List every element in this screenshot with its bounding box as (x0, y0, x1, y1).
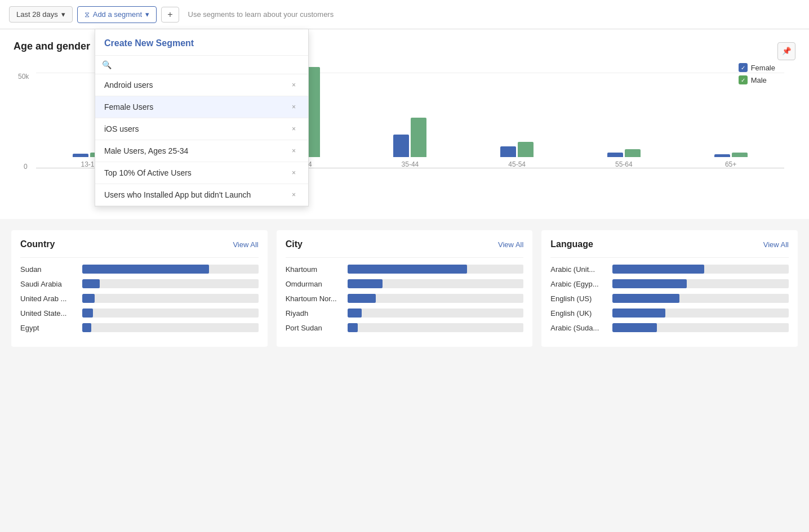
male-bar (732, 153, 748, 157)
city-panel: City View All Khartoum Omdurman Khartoum… (277, 230, 533, 347)
country-panel: Country View All Sudan Saudi Arabia Unit… (11, 230, 268, 347)
bottom-section: Country View All Sudan Saudi Arabia Unit… (0, 219, 809, 358)
language-title: Language (550, 239, 593, 249)
bar-track (612, 294, 789, 303)
country-title: Country (20, 239, 55, 249)
city-panel-header: City View All (286, 239, 524, 249)
female-label: Female (751, 64, 775, 72)
segment-search-box: 🔍 (95, 56, 308, 74)
row-label: Port Sudan (286, 324, 342, 332)
bar-fill (348, 294, 376, 303)
data-row: English (US) (550, 294, 789, 303)
toolbar-hint: Use segments to learn about your custome… (188, 10, 334, 19)
language-view-all[interactable]: View All (763, 240, 789, 249)
dropdown-item-label: Male Users, Ages 25-34 (104, 146, 188, 155)
male-bar (625, 149, 641, 157)
data-row: Riyadh (286, 309, 524, 318)
bar-fill (82, 323, 91, 332)
female-bar (607, 153, 623, 157)
age-label: 65+ (725, 160, 736, 168)
row-label: Egypt (20, 324, 77, 332)
age-group: 45-54 (500, 142, 534, 168)
add-icon-button[interactable]: + (161, 7, 179, 23)
row-label: Saudi Arabia (20, 280, 77, 288)
language-panel: Language View All Arabic (Unit... Arabic… (541, 230, 798, 347)
add-segment-button[interactable]: ⧖ Add a segment ▾ (77, 6, 157, 23)
dropdown-item[interactable]: iOS users × (95, 118, 308, 140)
dropdown-item[interactable]: Female Users × (95, 96, 308, 118)
age-group: 65+ (714, 153, 748, 168)
pin-button[interactable]: 📌 (777, 42, 795, 60)
bars-pair (393, 118, 426, 157)
bar-fill (612, 309, 665, 318)
bar-track (612, 279, 789, 288)
data-row: Arabic (Suda... (550, 323, 789, 332)
country-panel-header: Country View All (20, 239, 259, 249)
dropdown-item-label: Users who Installed App but didn't Launc… (104, 190, 251, 199)
data-row: Arabic (Egyp... (550, 279, 789, 288)
remove-item-button[interactable]: × (288, 102, 299, 112)
bar-track (348, 309, 524, 318)
data-row: Khartoum Nor... (286, 294, 524, 303)
city-rows: Khartoum Omdurman Khartoum Nor... Riyadh… (286, 265, 524, 332)
age-label: 55-64 (615, 160, 633, 168)
dropdown-item-label: Android users (104, 81, 153, 90)
bar-fill (348, 265, 468, 274)
bar-fill (612, 265, 704, 274)
bars-pair (607, 149, 641, 157)
chevron-down-icon: ▾ (145, 10, 149, 19)
search-icon: 🔍 (102, 60, 112, 69)
dropdown-header: Create New Segment (95, 29, 308, 56)
city-view-all[interactable]: View All (498, 240, 523, 249)
data-row: Port Sudan (286, 323, 524, 332)
y-label-0: 0 (24, 163, 28, 171)
chevron-down-icon: ▾ (61, 10, 65, 19)
remove-item-button[interactable]: × (288, 168, 299, 178)
male-bar (518, 142, 534, 157)
create-new-segment-link[interactable]: Create New Segment (104, 38, 194, 48)
bar-track (82, 265, 259, 274)
bar-fill (82, 279, 100, 288)
bar-fill (82, 265, 209, 274)
data-row: United State... (20, 309, 259, 318)
row-label: English (UK) (550, 309, 607, 318)
female-bar (393, 135, 409, 157)
row-label: Khartoum (286, 265, 342, 274)
y-label-50k: 50k (18, 73, 29, 81)
dropdown-item-label: iOS users (104, 124, 139, 133)
row-label: Arabic (Unit... (550, 265, 607, 274)
date-range-button[interactable]: Last 28 days ▾ (9, 6, 73, 23)
filter-icon: ⧖ (85, 10, 90, 19)
bar-track (348, 323, 524, 332)
chart-title: Age and gender (14, 41, 90, 52)
dropdown-item-label: Female Users (104, 102, 153, 111)
dropdown-item[interactable]: Top 10% Of Active Users × (95, 162, 308, 184)
age-group: 55-64 (607, 149, 641, 168)
bar-track (348, 279, 524, 288)
data-row: Saudi Arabia (20, 279, 259, 288)
bar-track (348, 294, 524, 303)
remove-item-button[interactable]: × (288, 124, 299, 134)
bar-track (82, 309, 259, 318)
dropdown-item[interactable]: Users who Installed App but didn't Launc… (95, 184, 308, 206)
female-bar (73, 154, 88, 157)
data-row: Khartoum (286, 265, 524, 274)
country-view-all[interactable]: View All (233, 240, 258, 249)
segment-search-input[interactable] (116, 60, 301, 69)
row-label: Khartoum Nor... (286, 294, 342, 303)
remove-item-button[interactable]: × (288, 190, 299, 200)
female-bar (500, 146, 516, 157)
age-group: 35-44 (393, 118, 426, 168)
remove-item-button[interactable]: × (288, 146, 299, 156)
bar-track (612, 323, 789, 332)
bars-pair (714, 153, 748, 157)
dropdown-item[interactable]: Male Users, Ages 25-34 × (95, 140, 308, 162)
city-divider (286, 257, 524, 258)
female-checkbox[interactable]: ✓ (739, 63, 748, 72)
segment-btn-label: Add a segment (93, 10, 142, 19)
remove-item-button[interactable]: × (288, 80, 299, 90)
row-label: Omdurman (286, 280, 342, 288)
dropdown-item[interactable]: Android users × (95, 74, 308, 96)
bar-fill (612, 294, 679, 303)
female-bar (714, 154, 730, 157)
